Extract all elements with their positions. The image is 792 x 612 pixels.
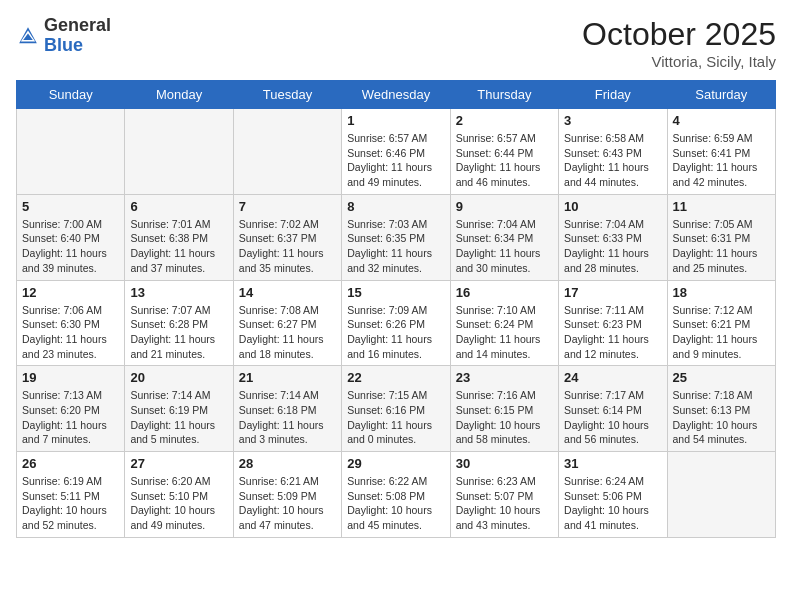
- calendar-week-row: 5Sunrise: 7:00 AM Sunset: 6:40 PM Daylig…: [17, 194, 776, 280]
- day-number: 24: [564, 370, 661, 385]
- day-number: 6: [130, 199, 227, 214]
- logo-blue: Blue: [44, 35, 83, 55]
- day-info: Sunrise: 7:04 AM Sunset: 6:34 PM Dayligh…: [456, 217, 553, 276]
- calendar-cell: 17Sunrise: 7:11 AM Sunset: 6:23 PM Dayli…: [559, 280, 667, 366]
- day-info: Sunrise: 6:23 AM Sunset: 5:07 PM Dayligh…: [456, 474, 553, 533]
- calendar-week-row: 26Sunrise: 6:19 AM Sunset: 5:11 PM Dayli…: [17, 452, 776, 538]
- calendar: SundayMondayTuesdayWednesdayThursdayFrid…: [16, 80, 776, 538]
- calendar-cell: 24Sunrise: 7:17 AM Sunset: 6:14 PM Dayli…: [559, 366, 667, 452]
- calendar-cell: 7Sunrise: 7:02 AM Sunset: 6:37 PM Daylig…: [233, 194, 341, 280]
- day-number: 29: [347, 456, 444, 471]
- day-number: 9: [456, 199, 553, 214]
- calendar-day-header: Sunday: [17, 81, 125, 109]
- day-number: 5: [22, 199, 119, 214]
- day-number: 25: [673, 370, 770, 385]
- calendar-cell: [233, 109, 341, 195]
- calendar-cell: 11Sunrise: 7:05 AM Sunset: 6:31 PM Dayli…: [667, 194, 775, 280]
- calendar-cell: 1Sunrise: 6:57 AM Sunset: 6:46 PM Daylig…: [342, 109, 450, 195]
- day-info: Sunrise: 7:16 AM Sunset: 6:15 PM Dayligh…: [456, 388, 553, 447]
- day-number: 30: [456, 456, 553, 471]
- day-info: Sunrise: 6:24 AM Sunset: 5:06 PM Dayligh…: [564, 474, 661, 533]
- calendar-cell: 4Sunrise: 6:59 AM Sunset: 6:41 PM Daylig…: [667, 109, 775, 195]
- day-info: Sunrise: 6:21 AM Sunset: 5:09 PM Dayligh…: [239, 474, 336, 533]
- day-info: Sunrise: 7:09 AM Sunset: 6:26 PM Dayligh…: [347, 303, 444, 362]
- calendar-day-header: Thursday: [450, 81, 558, 109]
- day-info: Sunrise: 7:10 AM Sunset: 6:24 PM Dayligh…: [456, 303, 553, 362]
- title-block: October 2025 Vittoria, Sicily, Italy: [582, 16, 776, 70]
- logo-text: General Blue: [44, 16, 111, 56]
- day-number: 2: [456, 113, 553, 128]
- day-number: 12: [22, 285, 119, 300]
- calendar-cell: 21Sunrise: 7:14 AM Sunset: 6:18 PM Dayli…: [233, 366, 341, 452]
- day-number: 7: [239, 199, 336, 214]
- calendar-day-header: Tuesday: [233, 81, 341, 109]
- calendar-cell: 30Sunrise: 6:23 AM Sunset: 5:07 PM Dayli…: [450, 452, 558, 538]
- calendar-cell: 27Sunrise: 6:20 AM Sunset: 5:10 PM Dayli…: [125, 452, 233, 538]
- calendar-cell: 29Sunrise: 6:22 AM Sunset: 5:08 PM Dayli…: [342, 452, 450, 538]
- day-info: Sunrise: 7:14 AM Sunset: 6:19 PM Dayligh…: [130, 388, 227, 447]
- calendar-week-row: 1Sunrise: 6:57 AM Sunset: 6:46 PM Daylig…: [17, 109, 776, 195]
- day-info: Sunrise: 7:08 AM Sunset: 6:27 PM Dayligh…: [239, 303, 336, 362]
- calendar-day-header: Monday: [125, 81, 233, 109]
- day-number: 15: [347, 285, 444, 300]
- day-info: Sunrise: 7:00 AM Sunset: 6:40 PM Dayligh…: [22, 217, 119, 276]
- day-info: Sunrise: 6:20 AM Sunset: 5:10 PM Dayligh…: [130, 474, 227, 533]
- calendar-cell: 19Sunrise: 7:13 AM Sunset: 6:20 PM Dayli…: [17, 366, 125, 452]
- day-number: 17: [564, 285, 661, 300]
- calendar-cell: 15Sunrise: 7:09 AM Sunset: 6:26 PM Dayli…: [342, 280, 450, 366]
- day-info: Sunrise: 7:15 AM Sunset: 6:16 PM Dayligh…: [347, 388, 444, 447]
- day-info: Sunrise: 7:03 AM Sunset: 6:35 PM Dayligh…: [347, 217, 444, 276]
- day-info: Sunrise: 7:13 AM Sunset: 6:20 PM Dayligh…: [22, 388, 119, 447]
- day-info: Sunrise: 7:17 AM Sunset: 6:14 PM Dayligh…: [564, 388, 661, 447]
- calendar-cell: 14Sunrise: 7:08 AM Sunset: 6:27 PM Dayli…: [233, 280, 341, 366]
- calendar-cell: 22Sunrise: 7:15 AM Sunset: 6:16 PM Dayli…: [342, 366, 450, 452]
- day-info: Sunrise: 7:11 AM Sunset: 6:23 PM Dayligh…: [564, 303, 661, 362]
- day-info: Sunrise: 7:07 AM Sunset: 6:28 PM Dayligh…: [130, 303, 227, 362]
- calendar-cell: 8Sunrise: 7:03 AM Sunset: 6:35 PM Daylig…: [342, 194, 450, 280]
- calendar-cell: 25Sunrise: 7:18 AM Sunset: 6:13 PM Dayli…: [667, 366, 775, 452]
- day-number: 4: [673, 113, 770, 128]
- logo: General Blue: [16, 16, 111, 56]
- month-title: October 2025: [582, 16, 776, 53]
- location: Vittoria, Sicily, Italy: [582, 53, 776, 70]
- day-number: 31: [564, 456, 661, 471]
- day-number: 14: [239, 285, 336, 300]
- calendar-header-row: SundayMondayTuesdayWednesdayThursdayFrid…: [17, 81, 776, 109]
- calendar-cell: 13Sunrise: 7:07 AM Sunset: 6:28 PM Dayli…: [125, 280, 233, 366]
- calendar-cell: 28Sunrise: 6:21 AM Sunset: 5:09 PM Dayli…: [233, 452, 341, 538]
- calendar-week-row: 19Sunrise: 7:13 AM Sunset: 6:20 PM Dayli…: [17, 366, 776, 452]
- calendar-cell: 26Sunrise: 6:19 AM Sunset: 5:11 PM Dayli…: [17, 452, 125, 538]
- calendar-cell: 12Sunrise: 7:06 AM Sunset: 6:30 PM Dayli…: [17, 280, 125, 366]
- day-number: 22: [347, 370, 444, 385]
- calendar-day-header: Wednesday: [342, 81, 450, 109]
- day-info: Sunrise: 7:01 AM Sunset: 6:38 PM Dayligh…: [130, 217, 227, 276]
- calendar-cell: [667, 452, 775, 538]
- day-info: Sunrise: 6:57 AM Sunset: 6:44 PM Dayligh…: [456, 131, 553, 190]
- calendar-cell: 16Sunrise: 7:10 AM Sunset: 6:24 PM Dayli…: [450, 280, 558, 366]
- day-info: Sunrise: 7:06 AM Sunset: 6:30 PM Dayligh…: [22, 303, 119, 362]
- logo-general: General: [44, 15, 111, 35]
- calendar-cell: [125, 109, 233, 195]
- calendar-cell: 10Sunrise: 7:04 AM Sunset: 6:33 PM Dayli…: [559, 194, 667, 280]
- day-number: 13: [130, 285, 227, 300]
- calendar-cell: 31Sunrise: 6:24 AM Sunset: 5:06 PM Dayli…: [559, 452, 667, 538]
- day-info: Sunrise: 6:58 AM Sunset: 6:43 PM Dayligh…: [564, 131, 661, 190]
- calendar-cell: 18Sunrise: 7:12 AM Sunset: 6:21 PM Dayli…: [667, 280, 775, 366]
- day-number: 11: [673, 199, 770, 214]
- day-info: Sunrise: 6:59 AM Sunset: 6:41 PM Dayligh…: [673, 131, 770, 190]
- day-number: 28: [239, 456, 336, 471]
- day-number: 23: [456, 370, 553, 385]
- calendar-cell: 2Sunrise: 6:57 AM Sunset: 6:44 PM Daylig…: [450, 109, 558, 195]
- day-info: Sunrise: 7:04 AM Sunset: 6:33 PM Dayligh…: [564, 217, 661, 276]
- day-info: Sunrise: 7:18 AM Sunset: 6:13 PM Dayligh…: [673, 388, 770, 447]
- day-number: 16: [456, 285, 553, 300]
- calendar-cell: 23Sunrise: 7:16 AM Sunset: 6:15 PM Dayli…: [450, 366, 558, 452]
- day-number: 19: [22, 370, 119, 385]
- day-info: Sunrise: 7:12 AM Sunset: 6:21 PM Dayligh…: [673, 303, 770, 362]
- day-number: 21: [239, 370, 336, 385]
- day-info: Sunrise: 7:02 AM Sunset: 6:37 PM Dayligh…: [239, 217, 336, 276]
- day-info: Sunrise: 6:19 AM Sunset: 5:11 PM Dayligh…: [22, 474, 119, 533]
- day-info: Sunrise: 7:14 AM Sunset: 6:18 PM Dayligh…: [239, 388, 336, 447]
- day-number: 10: [564, 199, 661, 214]
- calendar-cell: 9Sunrise: 7:04 AM Sunset: 6:34 PM Daylig…: [450, 194, 558, 280]
